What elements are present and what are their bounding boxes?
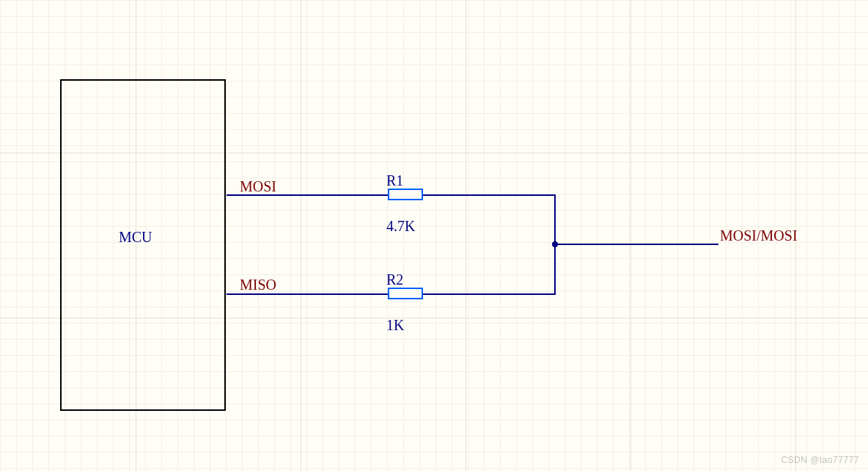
resistor-r2 bbox=[388, 288, 423, 299]
resistor-r1 bbox=[388, 189, 423, 200]
wire-mosi-left bbox=[227, 194, 388, 196]
wire-miso-right bbox=[423, 293, 556, 295]
mcu-label: MCU bbox=[119, 229, 152, 246]
wire-output bbox=[554, 244, 718, 245]
wire-miso-left bbox=[227, 293, 388, 295]
junction-dot bbox=[552, 241, 558, 247]
net-label-miso: MISO bbox=[240, 277, 276, 293]
wire-mosi-right bbox=[423, 194, 556, 196]
net-label-output: MOSI/MOSI bbox=[720, 227, 798, 244]
net-label-mosi: MOSI bbox=[240, 178, 276, 195]
watermark: CSDN @tao77777 bbox=[781, 455, 859, 465]
r2-designator: R2 bbox=[386, 271, 403, 288]
r2-value: 1K bbox=[386, 317, 404, 334]
r1-designator: R1 bbox=[386, 172, 403, 189]
r1-value: 4.7K bbox=[386, 218, 415, 235]
